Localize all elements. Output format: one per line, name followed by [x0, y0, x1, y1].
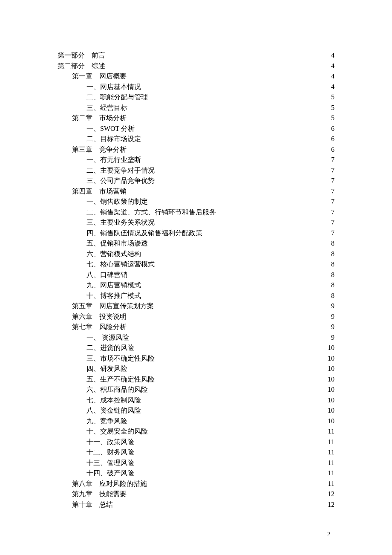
toc-entry-label: 七、成本控制风险 [86, 395, 141, 406]
toc-entry-page: 7 [326, 228, 334, 239]
toc-entry: 十四、破产风险11 [58, 468, 334, 479]
toc-entry-page: 7 [326, 197, 334, 207]
toc-entry-label: 第五章 网店宣传策划方案 [72, 301, 154, 312]
toc-entry-page: 10 [326, 405, 334, 416]
toc-entry-page: 5 [326, 103, 334, 113]
toc-entry-page: 11 [320, 479, 334, 489]
toc-entry-label: 十、交易安全的风险 [86, 426, 148, 437]
toc-entry: 八、资金链的风险10 [58, 405, 334, 416]
toc-entry-page: 11 [326, 447, 334, 458]
toc-entry-page: 7 [326, 176, 334, 186]
toc-entry-page: 10 [326, 384, 334, 395]
toc-entry: 二、职能分配与管理5 [58, 92, 334, 103]
toc-entry-page: 11 [320, 458, 334, 468]
toc-entry-page: 5 [326, 92, 334, 103]
toc-entry-label: 一、SWOT 分析 [86, 124, 135, 134]
toc-entry-page: 9 [326, 332, 334, 343]
toc-entry: 一、有无行业垄断7 [58, 155, 334, 165]
toc-entry-label: 第七章 风险分析 [72, 322, 127, 332]
toc-entry-label: 五、促销和市场渗透 [86, 238, 148, 249]
toc-entry-label: 第四章 市场营销 [72, 186, 127, 197]
toc-entry-page: 7 [326, 165, 334, 176]
toc-entry-label: 第一章 网店概要 [72, 71, 127, 82]
toc-entry: 三、主要业务关系状况7 [58, 217, 334, 228]
toc-entry-label: 一、销售政策的制定 [86, 197, 148, 207]
toc-entry-label: 五、生产不确定性风险 [86, 374, 155, 385]
toc-entry: 九、竞争风险10 [58, 416, 334, 427]
toc-entry: 三、市场不确定性风险10 [58, 353, 334, 364]
toc-entry: 第一部分 前言4 [58, 50, 334, 61]
toc-entry: 六、营销模式结构8 [58, 249, 334, 260]
toc-entry-page: 8 [326, 291, 334, 301]
toc-entry-page: 10 [326, 343, 334, 353]
toc-entry: 第四章 市场营销7 [58, 186, 334, 197]
toc-entry-page: 9 [326, 312, 334, 322]
toc-entry: 三、公司产品竞争优势7 [58, 176, 334, 186]
toc-entry: 五、促销和市场渗透8 [58, 238, 334, 249]
toc-entry: 五、生产不确定性风险10 [58, 374, 334, 385]
toc-entry: 十二、财务风险11 [58, 447, 334, 458]
toc-entry-label: 八、资金链的风险 [86, 405, 141, 416]
toc-entry: 二、进货的风险10 [58, 343, 334, 353]
toc-entry-label: 三、主要业务关系状况 [86, 217, 155, 228]
toc-entry: 三、经营目标5 [58, 103, 334, 113]
toc-entry-label: 二、目标市场设定 [86, 134, 141, 145]
toc-entry-page: 7 [326, 155, 334, 165]
toc-entry-page: 12 [319, 489, 334, 500]
toc-entry: 十、博客推广模式8 [58, 291, 334, 301]
toc-entry-page: 4 [326, 50, 334, 61]
toc-entry-page: 8 [326, 249, 334, 260]
toc-entry-page: 6 [326, 145, 334, 155]
toc-entry: 一、销售政策的制定7 [58, 197, 334, 207]
toc-entry: 第二部分 综述4 [58, 61, 334, 72]
toc-entry-page: 8 [326, 259, 334, 270]
toc-entry-label: 一、有无行业垄断 [86, 155, 141, 165]
toc-entry: 一、网店基本情况4 [58, 82, 334, 92]
toc-entry-label: 第二章 市场分析 [72, 113, 127, 124]
toc-entry-label: 二、职能分配与管理 [86, 92, 148, 103]
toc-entry-page: 12 [319, 500, 334, 510]
toc-entry-label: 三、市场不确定性风险 [86, 353, 155, 364]
toc-entry-label: 九、竞争风险 [86, 416, 127, 427]
toc-entry-label: 四、研发风险 [86, 364, 127, 374]
toc-entry-label: 三、经营目标 [86, 103, 127, 113]
toc-entry-label: 第二部分 综述 [58, 61, 105, 72]
toc-entry-label: 二、销售渠道、方式、行销环节和售后服务 [86, 207, 216, 218]
page-number: 2 [327, 531, 330, 538]
toc-entry-label: 四、销售队伍情况及销售福利分配政策 [86, 228, 202, 239]
toc-entry-label: 二、主要竞争对手情况 [86, 165, 155, 176]
toc-entry-label: 十四、破产风险 [86, 468, 134, 479]
toc-entry: 第五章 网店宣传策划方案9 [58, 301, 334, 312]
toc-entry-page: 11 [320, 468, 334, 479]
toc-entry: 二、销售渠道、方式、行销环节和售后服务7 [58, 207, 334, 218]
toc-entry: 第三章 竞争分析6 [58, 145, 334, 155]
toc-entry-label: 十二、财务风险 [86, 447, 134, 458]
toc-entry-label: 三、公司产品竞争优势 [86, 176, 155, 186]
toc-entry: 第九章 技能需要12 [58, 489, 334, 500]
toc-entry: 十一、政策风险11 [58, 437, 334, 448]
toc-entry-page: 11 [326, 437, 334, 448]
toc-entry-page: 7 [326, 207, 334, 218]
toc-entry-page: 9 [326, 322, 334, 332]
toc-entry-label: 第六章 投资说明 [72, 312, 127, 322]
toc-entry-page: 8 [326, 280, 334, 291]
toc-entry: 七、核心营销运营模式8 [58, 259, 334, 270]
toc-entry: 第一章 网店概要4 [58, 71, 334, 82]
toc-entry-label: 九、网店营销模式 [86, 280, 141, 291]
toc-entry: 二、目标市场设定6 [58, 134, 334, 145]
toc-entry-label: 七、核心营销运营模式 [86, 259, 155, 270]
toc-entry-page: 8 [326, 270, 334, 280]
toc-entry: 第十章 总结12 [58, 500, 334, 510]
toc-entry: 六、积压商品的风险10 [58, 384, 334, 395]
toc-entry-page: 4 [326, 71, 334, 82]
toc-entry-label: 第一部分 前言 [58, 50, 105, 61]
toc-entry: 第八章 应对风险的措施11 [58, 479, 334, 489]
toc-entry-page: 10 [326, 416, 334, 427]
toc-entry-label: 十一、政策风险 [86, 437, 134, 448]
toc-entry-page: 10 [326, 353, 334, 364]
toc-entry: 七、成本控制风险10 [58, 395, 334, 406]
toc-entry-page: 4 [326, 82, 334, 92]
toc-entry-label: 第八章 应对风险的措施 [72, 479, 147, 489]
toc-entry-label: 二、进货的风险 [86, 343, 134, 353]
toc-entry: 十、交易安全的风险11 [58, 426, 334, 437]
